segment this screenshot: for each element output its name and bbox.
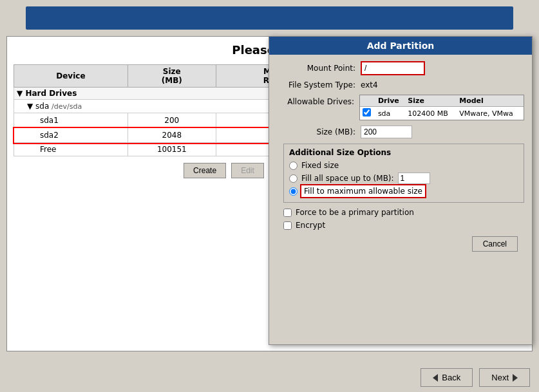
cell-device: sda2	[14, 128, 128, 143]
fixed-size-label: Fixed size	[301, 161, 339, 170]
fill-upto-label: Fill all space up to (MB):	[301, 174, 394, 183]
next-arrow-icon	[513, 374, 518, 382]
mount-point-input[interactable]	[361, 61, 425, 75]
back-arrow-icon	[433, 374, 438, 382]
primary-partition-checkbox[interactable]	[283, 209, 292, 217]
fill-upto-option: Fill all space up to (MB):	[289, 173, 518, 184]
cancel-button[interactable]: Cancel	[472, 236, 518, 252]
dialog-cancel-row: Cancel	[277, 234, 524, 254]
bottom-nav: Back Next	[0, 363, 539, 392]
fixed-size-option: Fixed size	[289, 161, 518, 170]
edit-button[interactable]: Edit	[231, 163, 264, 178]
primary-partition-label: Force to be a primary partition	[296, 208, 414, 217]
drives-col-drive: Drive	[375, 95, 405, 107]
primary-partition-row: Force to be a primary partition	[283, 208, 524, 217]
drives-col-check	[360, 95, 375, 107]
size-input[interactable]	[361, 126, 412, 138]
fill-max-radio[interactable]	[289, 187, 298, 196]
fill-max-label: Fill to maximum allowable size	[301, 187, 425, 196]
fs-type-value: ext4	[361, 80, 378, 89]
drives-col-model: Model	[457, 95, 524, 107]
drive-size: 102400 MB	[405, 107, 457, 120]
cell-device: Free	[14, 143, 128, 156]
fs-type-row: File System Type: ext4	[277, 80, 524, 89]
fill-max-option: Fill to maximum allowable size	[289, 187, 518, 196]
encrypt-checkbox[interactable]	[283, 221, 292, 230]
main-area: Please Sele Device Size(MB) Mount Point/…	[6, 36, 533, 351]
cell-size: 100151	[128, 143, 216, 156]
drives-col-size: Size	[405, 95, 457, 107]
cell-size: 2048	[128, 128, 216, 143]
drive-row[interactable]: sda 102400 MB VMware, VMwa	[360, 107, 524, 120]
encrypt-label: Encrypt	[296, 221, 325, 230]
encrypt-row: Encrypt	[283, 221, 524, 230]
size-row: Size (MB):	[277, 126, 524, 138]
col-size: Size(MB)	[128, 65, 216, 88]
additional-size-options: Additional Size Options Fixed size Fill …	[283, 144, 524, 203]
drives-table-wrap: Drive Size Model sda 102400 MB VMware, V…	[359, 95, 524, 120]
cell-size: 200	[128, 113, 216, 128]
col-device: Device	[14, 65, 128, 88]
fs-type-label: File System Type:	[277, 80, 361, 89]
drives-label: Allowable Drives:	[277, 95, 359, 120]
mount-point-label: Mount Point:	[277, 64, 361, 73]
fill-max-highlighted: Fill to maximum allowable size	[301, 185, 425, 197]
fixed-size-radio[interactable]	[289, 162, 298, 170]
options-title: Additional Size Options	[289, 148, 518, 157]
size-label: Size (MB):	[277, 127, 361, 136]
back-label: Back	[442, 373, 460, 382]
dialog-title: Add Partition	[269, 37, 532, 55]
create-button[interactable]: Create	[184, 163, 226, 178]
drive-name: sda	[375, 107, 405, 120]
allowable-drives-section: Allowable Drives: Drive Size Model	[277, 95, 524, 120]
next-button[interactable]: Next	[479, 368, 530, 387]
back-button[interactable]: Back	[421, 368, 473, 387]
cell-device: sda1	[14, 113, 128, 128]
fill-upto-input[interactable]	[398, 173, 430, 184]
mount-point-row: Mount Point:	[277, 61, 524, 75]
fill-upto-radio[interactable]	[289, 174, 298, 183]
dialog-body: Mount Point: File System Type: ext4 Allo…	[269, 55, 532, 261]
drive-check[interactable]	[360, 107, 375, 120]
top-progress-bar	[26, 6, 513, 30]
next-label: Next	[491, 373, 509, 382]
add-partition-dialog: Add Partition Mount Point: File System T…	[269, 36, 533, 345]
drive-model: VMware, VMwa	[457, 107, 524, 120]
drives-table: Drive Size Model sda 102400 MB VMware, V…	[360, 95, 524, 120]
